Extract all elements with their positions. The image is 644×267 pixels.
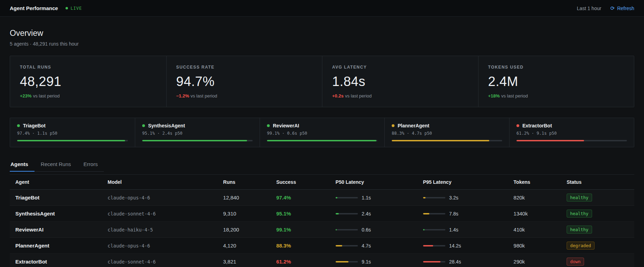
stat-delta: +18%vs last period (488, 93, 624, 99)
agent-card-name: PlannerAgent (398, 123, 429, 128)
p95-latency-cell: 28.4s (419, 254, 509, 267)
success-value: 97.4% (276, 195, 291, 201)
delta-suffix: vs last period (33, 93, 60, 99)
p95-latency-cell: 1.4s (419, 222, 509, 238)
status-cell: down (562, 254, 634, 267)
status-cell: healthy (562, 206, 634, 222)
agent-card-header: SynthesisAgent (142, 123, 253, 128)
p95-bar-fill (423, 213, 429, 214)
success-bar-fill (267, 140, 376, 141)
success-bar-track (267, 140, 377, 141)
success-cell: 95.1% (272, 206, 331, 222)
p50-value: 9.1s (362, 259, 371, 265)
stat-card-tokens-used: TOKENS USED 2.4M +18%vs last period (478, 56, 634, 107)
column-header-agent: Agent (10, 175, 104, 190)
page-title: Agent Performance (10, 5, 58, 11)
agent-card-triagebot[interactable]: TriageBot 97.4% · 1.1s p50 (10, 118, 135, 147)
agent-card-synthesisagent[interactable]: SynthesisAgent 95.1% · 2.4s p50 (135, 118, 260, 147)
agent-card-header: ReviewerAI (267, 123, 377, 128)
stat-delta: +23%vs last period (20, 93, 156, 99)
tokens-cell: 290k (509, 254, 562, 267)
status-dot-icon (17, 124, 20, 127)
runs-cell: 4,120 (219, 238, 272, 254)
runs-cell: 3,821 (219, 254, 272, 267)
p50-bar-track (336, 229, 358, 230)
agent-card-extractorbot[interactable]: ExtractorBot 61.2% · 9.1s p50 (509, 118, 634, 147)
agent-card-reviewerai[interactable]: ReviewerAI 99.1% · 0.6s p50 (260, 118, 384, 147)
refresh-label: Refresh (617, 6, 634, 11)
tokens-cell: 1340k (509, 206, 562, 222)
p50-bar-track (336, 197, 358, 198)
p95-value: 7.8s (449, 211, 458, 217)
table-row[interactable]: ExtractorBot claude-sonnet-4-6 3,821 61.… (10, 254, 634, 267)
agent-card-name: SynthesisAgent (148, 123, 185, 128)
delta-suffix: vs last period (345, 93, 372, 99)
runs-cell: 18,200 (219, 222, 272, 238)
stat-card-avg-latency: AVG LATENCY 1.84s +0.2svs last period (322, 56, 478, 107)
p50-latency-cell: 1.1s (331, 190, 419, 206)
column-header-status: Status (562, 175, 634, 190)
table-row[interactable]: TriageBot claude-opus-4-6 12,840 97.4% 1… (10, 190, 634, 206)
live-indicator: LIVE (66, 6, 82, 11)
tab-agents[interactable]: Agents (10, 158, 34, 172)
tab-recent-runs[interactable]: Recent Runs (34, 158, 77, 172)
p95-bar-fill (423, 261, 440, 262)
p95-value: 28.4s (449, 259, 461, 265)
p95-bar-track (423, 229, 445, 230)
model-cell: claude-sonnet-4-6 (104, 254, 219, 267)
p50-bar-fill (336, 213, 339, 214)
agent-card-stats: 88.3% · 4.7s p50 (392, 131, 502, 136)
success-bar-fill (516, 140, 584, 141)
p50-latency-cell: 4.7s (331, 238, 419, 254)
runs-cell: 12,840 (219, 190, 272, 206)
model-cell: claude-sonnet-4-6 (104, 206, 219, 222)
stat-value: 48,291 (20, 74, 156, 89)
success-cell: 97.4% (272, 190, 331, 206)
topbar-left: Agent Performance LIVE (10, 5, 82, 11)
p50-latency-cell: 0.6s (331, 222, 419, 238)
table-row[interactable]: SynthesisAgent claude-sonnet-4-6 9,310 9… (10, 206, 634, 222)
p95-bar-track (423, 197, 445, 198)
agent-name-cell: SynthesisAgent (10, 206, 104, 222)
delta-value: +23% (20, 93, 32, 99)
agent-name-cell: TriageBot (10, 190, 104, 206)
p95-bar-fill (423, 229, 424, 230)
agent-name-cell: PlannerAgent (10, 238, 104, 254)
p95-value: 3.2s (449, 195, 458, 201)
agent-card-stats: 61.2% · 9.1s p50 (516, 131, 627, 136)
agent-card-planneragent[interactable]: PlannerAgent 88.3% · 4.7s p50 (384, 118, 509, 147)
success-bar-fill (392, 140, 489, 141)
p50-bar-track (336, 261, 358, 262)
p50-bar-fill (336, 197, 337, 198)
agent-card-name: ExtractorBot (522, 123, 552, 128)
p50-bar-fill (336, 245, 342, 246)
stat-label: AVG LATENCY (332, 65, 468, 70)
p95-bar-fill (423, 245, 433, 246)
column-header-runs: Runs (219, 175, 272, 190)
status-dot-icon (142, 124, 145, 127)
agent-card-stats: 97.4% · 1.1s p50 (17, 131, 128, 136)
stat-card-total-runs: TOTAL RUNS 48,291 +23%vs last period (10, 56, 166, 107)
refresh-button[interactable]: ⟳ Refresh (610, 5, 634, 11)
live-dot-icon (66, 7, 68, 9)
p50-bar-track (336, 213, 358, 214)
table-row[interactable]: PlannerAgent claude-opus-4-6 4,120 88.3%… (10, 238, 634, 254)
p95-bar-fill (423, 197, 426, 198)
column-header-model: Model (104, 175, 219, 190)
p95-bar-track (423, 261, 445, 262)
tokens-cell: 410k (509, 222, 562, 238)
tab-errors[interactable]: Errors (77, 158, 104, 172)
table-row[interactable]: ReviewerAI claude-haiku-4-5 18,200 99.1%… (10, 222, 634, 238)
agent-summary-row: TriageBot 97.4% · 1.1s p50 SynthesisAgen… (10, 118, 634, 147)
time-range-selector[interactable]: Last 1 hour (577, 6, 601, 11)
tokens-cell: 820k (509, 190, 562, 206)
runs-cell: 9,310 (219, 206, 272, 222)
stat-delta: +0.2svs last period (332, 93, 468, 99)
delta-value: +0.2s (332, 93, 344, 99)
overview-subtitle: 5 agents · 48,291 runs this hour (10, 41, 634, 47)
p95-latency-cell: 3.2s (419, 190, 509, 206)
success-bar-fill (142, 140, 247, 141)
status-badge: healthy (567, 194, 592, 202)
p50-latency-cell: 9.1s (331, 254, 419, 267)
success-bar-track (17, 140, 128, 141)
